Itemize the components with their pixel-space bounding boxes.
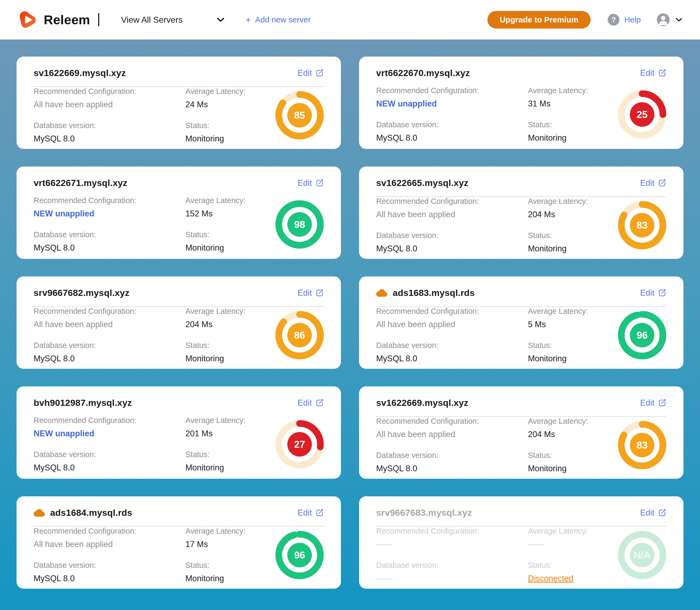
server-name: srv9667682.mysql.xyz — [34, 288, 129, 298]
database-version-value: MySQL 8.0 — [34, 134, 179, 144]
health-score-gauge: 98 — [275, 200, 324, 249]
edit-button[interactable]: Edit — [298, 288, 324, 298]
server-card: bvh9012987.mysql.xyz Edit Recommended Co… — [17, 386, 341, 479]
field-label: Status: — [185, 341, 267, 350]
edit-button[interactable]: Edit — [640, 178, 666, 188]
card-header: sv1622669.mysql.xyz Edit — [376, 398, 666, 408]
edit-pencil-icon — [315, 69, 324, 77]
add-new-server-button[interactable]: + Add new server — [245, 15, 310, 25]
database-version-value: MySQL 8.0 — [376, 133, 522, 143]
status-value: Monitoring — [528, 354, 610, 364]
field-average-latency: Average Latency: 152 Ms — [185, 196, 267, 219]
server-selector-dropdown[interactable]: View All Servers — [121, 15, 225, 25]
chevron-down-icon — [217, 17, 225, 22]
field-label: Status: — [528, 231, 610, 240]
field-status: Status: Monitoring — [528, 451, 610, 473]
card-fields: Recommended Configuration: All have been… — [34, 307, 267, 364]
field-average-latency: Average Latency: 204 Ms — [528, 197, 610, 219]
database-version-value: MySQL 8.0 — [34, 243, 179, 253]
card-body: Recommended Configuration: —— Average La… — [376, 527, 666, 583]
recommended-configuration-value: All have been applied — [34, 540, 179, 549]
account-menu[interactable] — [657, 13, 682, 26]
field-status: Status: Monitoring — [185, 121, 267, 144]
field-average-latency: Average Latency: —— — [528, 527, 610, 549]
recommended-configuration-value: —— — [376, 540, 522, 549]
field-database-version: Database version: MySQL 8.0 — [34, 561, 179, 583]
card-body: Recommended Configuration: NEW unapplied… — [34, 196, 324, 253]
edit-label: Edit — [298, 398, 312, 408]
health-score-value: 27 — [294, 439, 305, 450]
card-fields: Recommended Configuration: NEW unapplied… — [34, 196, 267, 253]
recommended-configuration-value: All have been applied — [376, 430, 522, 439]
recommended-configuration-value: All have been applied — [376, 320, 522, 329]
server-card: srv9667683.mysql.xyz Edit Recommended Co… — [359, 496, 683, 589]
top-navigation-bar: Releem View All Servers + Add new server… — [0, 0, 700, 39]
field-label: Database version: — [376, 231, 522, 240]
average-latency-value: 5 Ms — [528, 320, 610, 329]
edit-button[interactable]: Edit — [298, 68, 324, 78]
edit-button[interactable]: Edit — [298, 178, 324, 188]
field-average-latency: Average Latency: 204 Ms — [528, 417, 610, 439]
average-latency-value: —— — [528, 540, 610, 549]
card-body: Recommended Configuration: All have been… — [376, 197, 666, 254]
health-score-gauge: 96 — [275, 531, 324, 579]
server-card: srv9667682.mysql.xyz Edit Recommended Co… — [17, 276, 341, 369]
field-average-latency: Average Latency: 201 Ms — [185, 416, 267, 438]
status-value: Monitoring — [185, 243, 267, 253]
upgrade-to-premium-button[interactable]: Upgrade to Premium — [487, 11, 591, 29]
card-fields: Recommended Configuration: All have been… — [376, 417, 610, 473]
chevron-down-icon — [675, 17, 682, 22]
status-value: Monitoring — [528, 133, 610, 143]
edit-button[interactable]: Edit — [640, 398, 666, 408]
health-score-value: 98 — [294, 219, 305, 230]
card-header: srv9667683.mysql.xyz Edit — [376, 508, 666, 518]
server-card: vrt6622670.mysql.xyz Edit Recommended Co… — [359, 57, 683, 149]
cloud-icon — [376, 289, 388, 297]
field-recommended-configuration: Recommended Configuration: —— — [376, 527, 522, 549]
field-label: Average Latency: — [528, 417, 610, 426]
average-latency-value: 31 Ms — [528, 99, 610, 109]
edit-pencil-icon — [315, 509, 324, 517]
server-name: sv1622669.mysql.xyz — [376, 398, 469, 408]
field-average-latency: Average Latency: 204 Ms — [185, 307, 267, 329]
status-value: Monitoring — [185, 574, 267, 583]
edit-button[interactable]: Edit — [640, 288, 666, 298]
help-button[interactable]: ? Help — [608, 14, 641, 26]
field-database-version: Database version: MySQL 8.0 — [34, 230, 179, 253]
server-card: vrt6622671.mysql.xyz Edit Recommended Co… — [17, 166, 341, 259]
health-score-value: N/A — [634, 550, 651, 561]
card-fields: Recommended Configuration: NEW unapplied… — [34, 416, 267, 472]
card-header: ads1683.mysql.rds Edit — [376, 288, 666, 298]
card-header: bvh9012987.mysql.xyz Edit — [34, 398, 324, 408]
field-label: Recommended Configuration: — [376, 197, 522, 206]
edit-button[interactable]: Edit — [298, 398, 324, 408]
edit-pencil-icon — [315, 289, 324, 297]
edit-button[interactable]: Edit — [298, 508, 324, 518]
edit-button[interactable]: Edit — [640, 508, 666, 518]
edit-pencil-icon — [658, 399, 666, 407]
health-score-value: 83 — [636, 440, 648, 451]
field-recommended-configuration: Recommended Configuration: NEW unapplied — [376, 86, 522, 109]
field-status: Status: Monitoring — [528, 341, 610, 364]
field-label: Status: — [185, 450, 267, 459]
recommended-configuration-value: NEW unapplied — [34, 429, 179, 438]
field-label: Status: — [528, 561, 610, 570]
field-label: Average Latency: — [528, 307, 610, 316]
card-fields: Recommended Configuration: NEW unapplied… — [376, 86, 610, 143]
disconnected-status-link[interactable]: Disconected — [528, 574, 610, 583]
health-score-value: 83 — [636, 220, 648, 231]
field-database-version: Database version: —— — [376, 561, 522, 583]
field-recommended-configuration: Recommended Configuration: NEW unapplied — [34, 196, 179, 219]
field-label: Recommended Configuration: — [34, 527, 179, 535]
edit-button[interactable]: Edit — [640, 68, 666, 78]
field-status: Status: Disconected — [528, 561, 610, 583]
field-label: Average Latency: — [185, 416, 267, 425]
card-body: Recommended Configuration: All have been… — [34, 87, 324, 144]
field-status: Status: Monitoring — [185, 561, 267, 583]
server-name: ads1684.mysql.rds — [50, 508, 132, 518]
field-label: Status: — [528, 341, 610, 350]
question-mark-icon: ? — [608, 14, 619, 26]
field-label: Database version: — [376, 121, 522, 129]
card-body: Recommended Configuration: NEW unapplied… — [34, 416, 324, 472]
health-score-value: 85 — [294, 110, 305, 121]
